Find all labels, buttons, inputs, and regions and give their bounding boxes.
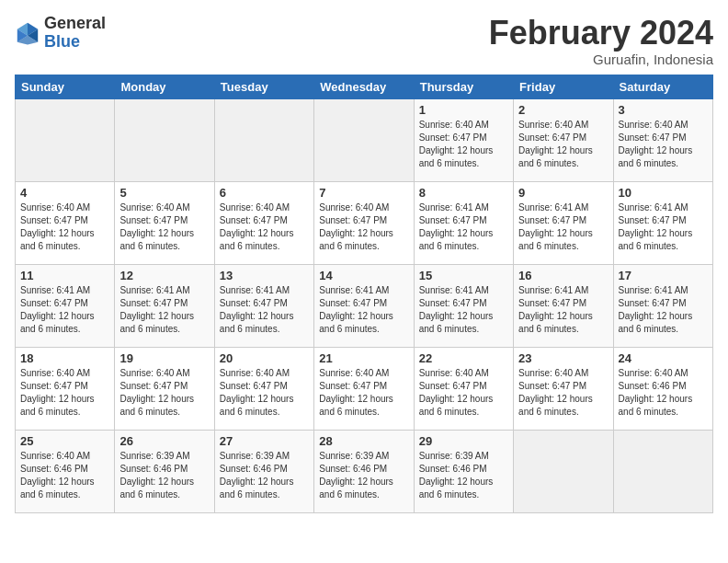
calendar-cell: 25Sunrise: 6:40 AMSunset: 6:46 PMDayligh… (16, 430, 115, 512)
day-number: 21 (319, 351, 408, 365)
day-number: 1 (419, 103, 508, 117)
day-info: Sunrise: 6:39 AMSunset: 6:46 PMDaylight:… (220, 450, 309, 501)
calendar-cell (115, 98, 214, 181)
day-info: Sunrise: 6:40 AMSunset: 6:47 PMDaylight:… (220, 367, 309, 419)
calendar-week-row: 18Sunrise: 6:40 AMSunset: 6:47 PMDayligh… (16, 347, 713, 430)
day-info: Sunrise: 6:41 AMSunset: 6:47 PMDaylight:… (220, 284, 309, 336)
weekday-header-sunday: Sunday (16, 75, 115, 98)
calendar-cell: 18Sunrise: 6:40 AMSunset: 6:47 PMDayligh… (16, 347, 115, 430)
day-number: 26 (119, 434, 209, 448)
logo-blue: Blue (44, 32, 80, 51)
calendar-cell: 6Sunrise: 6:40 AMSunset: 6:47 PMDaylight… (214, 181, 313, 264)
calendar-cell: 27Sunrise: 6:39 AMSunset: 6:46 PMDayligh… (214, 430, 313, 512)
calendar-cell: 21Sunrise: 6:40 AMSunset: 6:47 PMDayligh… (314, 347, 414, 430)
day-info: Sunrise: 6:41 AMSunset: 6:47 PMDaylight:… (20, 284, 109, 336)
logo-icon (15, 20, 40, 46)
day-number: 3 (619, 103, 708, 117)
day-info: Sunrise: 6:40 AMSunset: 6:47 PMDaylight:… (119, 201, 209, 253)
weekday-header-friday: Friday (514, 75, 613, 98)
calendar-cell (16, 98, 115, 181)
day-info: Sunrise: 6:40 AMSunset: 6:47 PMDaylight:… (419, 119, 508, 170)
day-number: 15 (419, 269, 508, 282)
calendar-cell: 20Sunrise: 6:40 AMSunset: 6:47 PMDayligh… (214, 347, 313, 430)
calendar-cell: 2Sunrise: 6:40 AMSunset: 6:47 PMDaylight… (514, 98, 613, 181)
day-info: Sunrise: 6:41 AMSunset: 6:47 PMDaylight:… (518, 201, 608, 253)
day-info: Sunrise: 6:41 AMSunset: 6:47 PMDaylight:… (319, 284, 408, 336)
calendar-week-row: 1Sunrise: 6:40 AMSunset: 6:47 PMDaylight… (16, 98, 713, 181)
weekday-header-tuesday: Tuesday (214, 75, 313, 98)
day-number: 5 (119, 186, 209, 200)
calendar-week-row: 25Sunrise: 6:40 AMSunset: 6:46 PMDayligh… (16, 430, 713, 512)
day-info: Sunrise: 6:41 AMSunset: 6:47 PMDaylight:… (619, 284, 708, 336)
day-number: 20 (220, 351, 309, 365)
day-number: 18 (20, 351, 109, 365)
day-number: 7 (319, 186, 408, 200)
day-number: 13 (220, 269, 309, 282)
page-header: General Blue February 2024 Guruafin, Ind… (15, 15, 713, 67)
day-number: 16 (518, 269, 608, 282)
calendar-cell (613, 430, 712, 512)
day-info: Sunrise: 6:40 AMSunset: 6:46 PMDaylight:… (619, 367, 708, 419)
day-number: 19 (119, 351, 209, 365)
day-info: Sunrise: 6:39 AMSunset: 6:46 PMDaylight:… (119, 450, 209, 501)
calendar-cell: 22Sunrise: 6:40 AMSunset: 6:47 PMDayligh… (414, 347, 513, 430)
day-number: 17 (619, 269, 708, 282)
calendar-cell: 10Sunrise: 6:41 AMSunset: 6:47 PMDayligh… (613, 181, 712, 264)
day-info: Sunrise: 6:41 AMSunset: 6:47 PMDaylight:… (619, 201, 708, 253)
weekday-header-wednesday: Wednesday (314, 75, 414, 98)
weekday-header-monday: Monday (115, 75, 214, 98)
day-number: 2 (518, 103, 608, 117)
day-info: Sunrise: 6:40 AMSunset: 6:47 PMDaylight:… (20, 367, 109, 419)
logo-text: General Blue (44, 15, 106, 52)
calendar-table: SundayMondayTuesdayWednesdayThursdayFrid… (15, 75, 713, 513)
day-info: Sunrise: 6:40 AMSunset: 6:47 PMDaylight:… (419, 367, 508, 419)
day-number: 29 (419, 434, 508, 448)
day-info: Sunrise: 6:40 AMSunset: 6:47 PMDaylight:… (619, 119, 708, 170)
calendar-cell: 15Sunrise: 6:41 AMSunset: 6:47 PMDayligh… (414, 264, 513, 347)
calendar-cell (214, 98, 313, 181)
day-info: Sunrise: 6:41 AMSunset: 6:47 PMDaylight:… (119, 284, 209, 336)
day-number: 8 (419, 186, 508, 200)
day-info: Sunrise: 6:40 AMSunset: 6:47 PMDaylight:… (220, 201, 309, 253)
calendar-cell: 9Sunrise: 6:41 AMSunset: 6:47 PMDaylight… (514, 181, 613, 264)
day-number: 24 (619, 351, 708, 365)
calendar-cell: 12Sunrise: 6:41 AMSunset: 6:47 PMDayligh… (115, 264, 214, 347)
day-info: Sunrise: 6:41 AMSunset: 6:47 PMDaylight:… (518, 284, 608, 336)
day-number: 22 (419, 351, 508, 365)
day-number: 11 (20, 269, 109, 282)
day-number: 14 (319, 269, 408, 282)
calendar-cell (314, 98, 414, 181)
calendar-cell: 14Sunrise: 6:41 AMSunset: 6:47 PMDayligh… (314, 264, 414, 347)
day-info: Sunrise: 6:40 AMSunset: 6:47 PMDaylight:… (518, 367, 608, 419)
calendar-week-row: 4Sunrise: 6:40 AMSunset: 6:47 PMDaylight… (16, 181, 713, 264)
calendar-cell: 23Sunrise: 6:40 AMSunset: 6:47 PMDayligh… (514, 347, 613, 430)
calendar-cell: 19Sunrise: 6:40 AMSunset: 6:47 PMDayligh… (115, 347, 214, 430)
day-info: Sunrise: 6:39 AMSunset: 6:46 PMDaylight:… (419, 450, 508, 501)
location-subtitle: Guruafin, Indonesia (489, 52, 713, 67)
day-number: 25 (20, 434, 109, 448)
title-area: February 2024 Guruafin, Indonesia (489, 15, 713, 67)
day-info: Sunrise: 6:40 AMSunset: 6:47 PMDaylight:… (20, 201, 109, 253)
calendar-cell: 13Sunrise: 6:41 AMSunset: 6:47 PMDayligh… (214, 264, 313, 347)
day-number: 9 (518, 186, 608, 200)
calendar-cell: 5Sunrise: 6:40 AMSunset: 6:47 PMDaylight… (115, 181, 214, 264)
month-title: February 2024 (489, 15, 713, 52)
calendar-cell: 28Sunrise: 6:39 AMSunset: 6:46 PMDayligh… (314, 430, 414, 512)
logo: General Blue (15, 15, 106, 52)
calendar-cell: 26Sunrise: 6:39 AMSunset: 6:46 PMDayligh… (115, 430, 214, 512)
weekday-header-saturday: Saturday (613, 75, 712, 98)
day-number: 10 (619, 186, 708, 200)
day-number: 6 (220, 186, 309, 200)
day-number: 27 (220, 434, 309, 448)
day-info: Sunrise: 6:40 AMSunset: 6:47 PMDaylight:… (319, 367, 408, 419)
calendar-cell: 3Sunrise: 6:40 AMSunset: 6:47 PMDaylight… (613, 98, 712, 181)
calendar-cell: 24Sunrise: 6:40 AMSunset: 6:46 PMDayligh… (613, 347, 712, 430)
day-info: Sunrise: 6:40 AMSunset: 6:47 PMDaylight:… (119, 367, 209, 419)
day-number: 4 (20, 186, 109, 200)
day-info: Sunrise: 6:39 AMSunset: 6:46 PMDaylight:… (319, 450, 408, 501)
calendar-cell: 29Sunrise: 6:39 AMSunset: 6:46 PMDayligh… (414, 430, 513, 512)
day-info: Sunrise: 6:40 AMSunset: 6:46 PMDaylight:… (20, 450, 109, 501)
calendar-cell: 4Sunrise: 6:40 AMSunset: 6:47 PMDaylight… (16, 181, 115, 264)
day-info: Sunrise: 6:41 AMSunset: 6:47 PMDaylight:… (419, 284, 508, 336)
calendar-cell: 1Sunrise: 6:40 AMSunset: 6:47 PMDaylight… (414, 98, 513, 181)
